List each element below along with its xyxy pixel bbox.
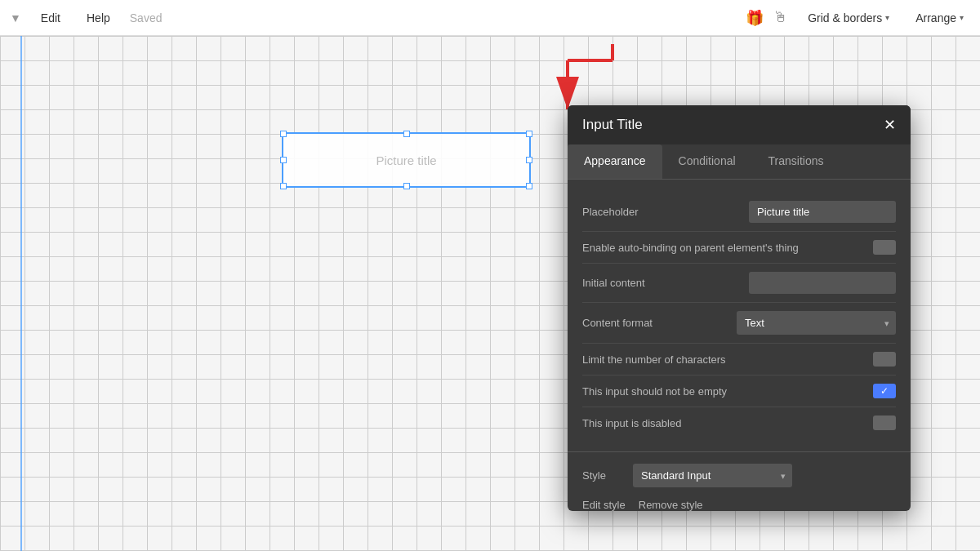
resize-handle-top-right[interactable] xyxy=(526,131,532,137)
input-title-panel: Input Title ✕ Appearance Conditional Tra… xyxy=(568,105,911,511)
content-format-label: Content format xyxy=(582,317,727,329)
grid-borders-button[interactable]: Grid & borders ▾ xyxy=(801,8,896,28)
panel-title: Input Title xyxy=(582,117,643,133)
panel-body: Placeholder Enable auto-binding on paren… xyxy=(568,180,911,451)
initial-content-row: Initial content xyxy=(582,264,896,303)
arrange-label: Arrange xyxy=(915,11,956,24)
auto-binding-toggle[interactable] xyxy=(873,240,896,255)
limit-characters-row: Limit the number of characters xyxy=(582,344,896,375)
tab-conditional[interactable]: Conditional xyxy=(662,144,752,179)
resize-handle-middle-left[interactable] xyxy=(280,157,287,163)
remove-style-link[interactable]: Remove style xyxy=(639,499,703,511)
not-empty-toggle[interactable] xyxy=(873,384,896,398)
content-format-select[interactable]: Text Number Email Password xyxy=(737,311,896,335)
edit-menu[interactable]: Edit xyxy=(34,8,67,28)
placeholder-input[interactable] xyxy=(749,201,896,223)
arrange-button[interactable]: Arrange ▾ xyxy=(909,8,970,28)
style-select-wrapper: Standard Input ▾ xyxy=(633,464,792,487)
panel-tabs: Appearance Conditional Transitions xyxy=(568,144,911,180)
style-section: Style Standard Input ▾ Edit style Remove… xyxy=(568,451,911,511)
not-empty-row: This input should not be empty xyxy=(582,375,896,407)
placeholder-label: Placeholder xyxy=(582,206,739,218)
style-links: Edit style Remove style xyxy=(582,495,896,511)
edit-style-link[interactable]: Edit style xyxy=(582,499,626,511)
resize-handle-top-middle[interactable] xyxy=(403,131,410,137)
resize-handle-bottom-middle[interactable] xyxy=(403,183,410,189)
auto-binding-label: Enable auto-binding on parent element's … xyxy=(582,242,863,254)
tab-appearance[interactable]: Appearance xyxy=(568,144,662,179)
saved-status: Saved xyxy=(130,11,163,24)
not-empty-label: This input should not be empty xyxy=(582,385,863,398)
disabled-row: This input is disabled xyxy=(582,407,896,438)
resize-handle-middle-right[interactable] xyxy=(526,157,532,163)
resize-handle-bottom-left[interactable] xyxy=(280,183,287,189)
disabled-toggle[interactable] xyxy=(873,415,896,430)
canvas-input-element[interactable]: Picture title xyxy=(282,132,531,188)
resize-handle-bottom-right[interactable] xyxy=(526,183,532,189)
content-format-row: Content format Text Number Email Passwor… xyxy=(582,303,896,344)
chevron-down-icon: ▾ xyxy=(960,13,964,22)
initial-content-input[interactable] xyxy=(749,272,896,294)
topbar-icons: 🎁 🖱 xyxy=(746,9,788,27)
auto-binding-row: Enable auto-binding on parent element's … xyxy=(582,232,896,264)
style-label: Style xyxy=(582,469,623,482)
initial-content-label: Initial content xyxy=(582,277,739,289)
resize-handle-top-left[interactable] xyxy=(280,131,287,137)
placeholder-row: Placeholder xyxy=(582,193,896,232)
content-format-select-wrapper: Text Number Email Password ▾ xyxy=(737,311,896,335)
panel-header: Input Title ✕ xyxy=(568,105,911,144)
limit-characters-label: Limit the number of characters xyxy=(582,353,863,366)
gift-icon[interactable]: 🎁 xyxy=(746,9,764,27)
cursor-icon[interactable]: 🖱 xyxy=(773,9,788,26)
canvas-placeholder-text: Picture title xyxy=(376,153,436,167)
canvas-area[interactable]: Picture title Input Title xyxy=(0,36,980,551)
panel-close-button[interactable]: ✕ xyxy=(884,118,896,132)
topbar: ▼ Edit Help Saved 🎁 🖱 Grid & borders ▾ A… xyxy=(0,0,980,36)
style-select[interactable]: Standard Input xyxy=(633,464,792,487)
help-menu[interactable]: Help xyxy=(80,8,117,28)
grid-borders-label: Grid & borders xyxy=(808,11,882,24)
blue-vertical-line xyxy=(20,36,22,551)
disabled-label: This input is disabled xyxy=(582,417,863,429)
tab-transitions[interactable]: Transitions xyxy=(752,144,840,179)
dropdown-arrow-icon[interactable]: ▼ xyxy=(10,11,21,24)
limit-characters-toggle[interactable] xyxy=(873,352,896,367)
chevron-down-icon: ▾ xyxy=(885,13,889,22)
style-row: Style Standard Input ▾ xyxy=(582,464,896,495)
